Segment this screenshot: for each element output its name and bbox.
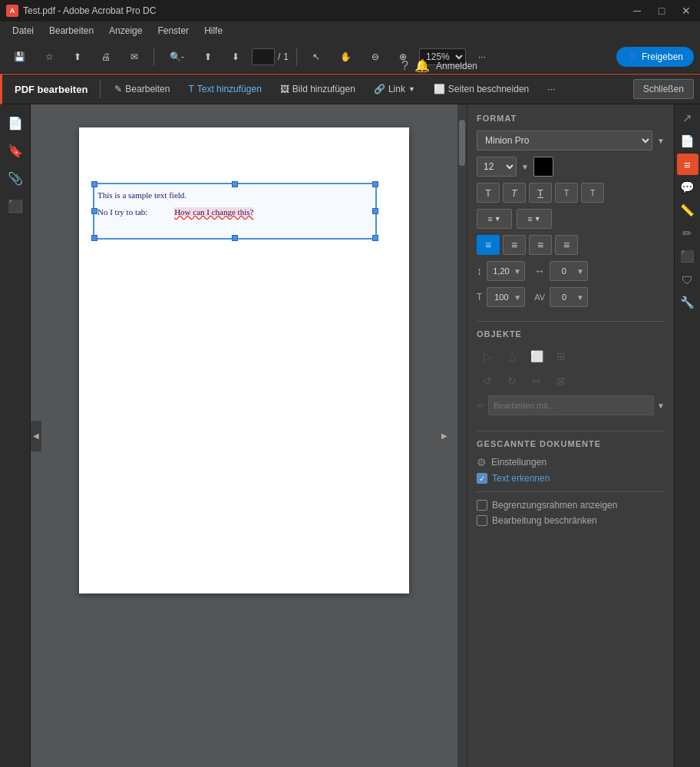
maximize-button[interactable]: □: [654, 3, 669, 18]
next-page-button[interactable]: ⬇: [224, 45, 247, 69]
bild-hinzufuegen-button[interactable]: 🖼 Bild hinzufügen: [272, 78, 363, 100]
notification-icon[interactable]: 🔔: [414, 58, 430, 73]
close-button[interactable]: ✕: [679, 3, 694, 18]
print-button[interactable]: 🖨: [94, 45, 118, 69]
text-erkennen-checkbox[interactable]: [477, 473, 487, 484]
baseline-icon: AV: [534, 293, 545, 302]
begrenzungsrahmen-checkbox[interactable]: [477, 500, 487, 511]
handle-bottom-right[interactable]: [372, 235, 378, 241]
style-superscript-button[interactable]: T: [555, 183, 578, 203]
hand-button[interactable]: ✋: [332, 45, 359, 69]
freigeben-label: Freigeben: [642, 51, 683, 62]
style-underline-button[interactable]: T: [529, 183, 552, 203]
menu-bearbeiten[interactable]: Bearbeiten: [43, 24, 100, 38]
menu-datei[interactable]: Datei: [6, 24, 40, 38]
rotate-right-button: ↻: [501, 371, 523, 391]
pdf-canvas-area[interactable]: ◀ This is a sample text field. No I try …: [31, 104, 457, 767]
freigeben-button[interactable]: 👤 Freigeben: [616, 47, 694, 67]
link-button[interactable]: 🔗 Link ▼: [366, 78, 423, 100]
titlebar-controls: ─ □ ✕: [629, 3, 694, 18]
einstellungen-item[interactable]: ⚙ Einstellungen: [477, 456, 665, 468]
handle-bottom-left[interactable]: [91, 235, 97, 241]
page-number-input[interactable]: 1: [252, 48, 275, 65]
line-spacing-control[interactable]: 1,20 ▼: [487, 261, 525, 281]
scale-control[interactable]: 100 ▼: [487, 287, 525, 307]
handle-top-right[interactable]: [372, 181, 378, 187]
text-erkennen-item[interactable]: Text erkennen: [477, 473, 665, 484]
save-button[interactable]: 💾: [6, 45, 33, 69]
sidebar-icon-file[interactable]: 📄: [3, 111, 28, 135]
image-icon: 🖼: [280, 84, 289, 94]
font-size-select[interactable]: 12 8 10 14 18 24 36: [477, 157, 517, 177]
align-justify-button[interactable]: ≡: [555, 235, 578, 255]
scrollbar-thumb[interactable]: [459, 120, 465, 166]
rail-icon-measure[interactable]: 📏: [677, 200, 698, 221]
baseline-control[interactable]: 0 ▼: [550, 287, 588, 307]
minimize-button[interactable]: ─: [629, 3, 645, 18]
sidebar-icon-paperclip[interactable]: 📎: [3, 166, 28, 190]
sidebar-icon-layers[interactable]: ⬛: [3, 193, 28, 218]
bearbeitung-item[interactable]: Bearbeitung beschränken: [477, 515, 665, 526]
bearbeiten-mit-input[interactable]: [488, 395, 654, 415]
handle-mid-right[interactable]: [372, 208, 378, 214]
seiten-button[interactable]: ⬜ Seiten beschneiden: [426, 78, 537, 100]
rail-icon-pencil[interactable]: ✏: [677, 223, 698, 244]
handle-top-left[interactable]: [91, 181, 97, 187]
bearbeiten-button[interactable]: ✎ Bearbeiten: [107, 78, 177, 100]
edit-toolbar: PDF bearbeiten ✎ Bearbeiten T Text hinzu…: [0, 74, 700, 104]
schliessen-button[interactable]: Schließen: [633, 79, 694, 99]
rail-icon-form[interactable]: ≡: [677, 154, 698, 175]
begrenzungsrahmen-item[interactable]: Begrenzungsrahmen anzeigen: [477, 500, 665, 511]
color-swatch[interactable]: [533, 157, 553, 177]
numbered-list-button[interactable]: ≡ ▼: [517, 209, 552, 229]
align-left-button[interactable]: ≡: [477, 235, 500, 255]
format-section: FORMAT Minion Pro ▼ 12 8 10 14 18 24 36: [477, 114, 665, 313]
pdf-edit-label: PDF bearbeiten: [8, 84, 94, 95]
zoom-minus-button[interactable]: ⊖: [364, 45, 387, 69]
align-right-button[interactable]: ≡: [529, 235, 552, 255]
menu-fenster[interactable]: Fenster: [151, 24, 195, 38]
handle-mid-left[interactable]: [91, 208, 97, 214]
pdf-text-line2: No I try to tab: How can I change this?: [97, 207, 253, 217]
bullet-list-button[interactable]: ≡ ▼: [477, 209, 512, 229]
handle-bottom-mid[interactable]: [232, 235, 238, 241]
prev-page-button[interactable]: ⬆: [196, 45, 220, 69]
rail-icon-comment[interactable]: 💬: [677, 177, 698, 198]
anmelden-link[interactable]: Anmelden: [436, 61, 477, 71]
bookmark-button[interactable]: ☆: [38, 45, 61, 69]
style-subscript-button[interactable]: T: [581, 183, 604, 203]
vertical-scrollbar[interactable]: [457, 104, 467, 767]
upload-button[interactable]: ⬆: [66, 45, 89, 69]
baseline-value: 0: [553, 293, 575, 302]
scale-value: 100: [490, 293, 512, 302]
email-button[interactable]: ✉: [123, 45, 146, 69]
more-edit-button[interactable]: ···: [540, 78, 563, 100]
rail-icon-scan[interactable]: ⬛: [677, 246, 698, 267]
pdf-page: This is a sample text field. No I try to…: [79, 127, 409, 593]
font-name-select[interactable]: Minion Pro: [477, 131, 652, 150]
handle-top-mid[interactable]: [232, 181, 238, 187]
menu-hilfe[interactable]: Hilfe: [198, 24, 229, 38]
page-separator: /: [278, 51, 280, 62]
style-normal-button[interactable]: T: [477, 183, 500, 203]
main-toolbar: 💾 ☆ ⬆ 🖨 ✉ 🔍- ⬆ ⬇ 1 / 1 ↖ ✋ ⊖ ⊕ 125% 100%…: [0, 40, 700, 74]
char-spacing-control[interactable]: 0 ▼: [550, 261, 588, 281]
text-icon: T: [188, 84, 193, 94]
zoom-out-button[interactable]: 🔍-: [162, 45, 192, 69]
rail-icon-shield[interactable]: 🛡: [677, 269, 698, 290]
bearbeitung-checkbox[interactable]: [477, 515, 487, 526]
sidebar-icon-bookmark[interactable]: 🔖: [3, 138, 28, 163]
style-italic-button[interactable]: T: [503, 183, 526, 203]
rail-icon-wrench[interactable]: 🔧: [677, 292, 698, 313]
einstellungen-label: Einstellungen: [491, 457, 546, 468]
text-hinzufuegen-button[interactable]: T Text hinzufügen: [180, 78, 269, 100]
collapse-right-arrow[interactable]: ▶: [439, 421, 450, 451]
menu-anzeige[interactable]: Anzeige: [103, 24, 148, 38]
rail-icon-pdf[interactable]: 📄: [677, 131, 698, 152]
help-icon[interactable]: ?: [401, 59, 408, 73]
rail-icon-share[interactable]: ↗: [677, 107, 698, 129]
collapse-left-arrow[interactable]: ◀: [31, 421, 41, 451]
cursor-button[interactable]: ↖: [305, 45, 328, 69]
align-center-button[interactable]: ≡: [503, 235, 526, 255]
line-spacing-value: 1,20: [490, 266, 512, 276]
